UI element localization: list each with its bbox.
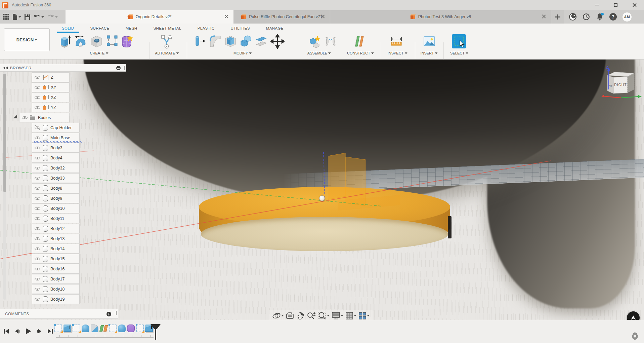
body-row[interactable]: Body3: [32, 143, 80, 153]
collapse-browser-icon[interactable]: [3, 67, 8, 69]
play-button[interactable]: [24, 327, 32, 336]
browser-scrollbar-thumb[interactable]: [3, 74, 6, 192]
grid-snap-button[interactable]: [345, 312, 356, 320]
new-tab-button[interactable]: [551, 10, 564, 24]
combine-button[interactable]: [239, 33, 253, 50]
ribbon-tab[interactable]: SHEET METAL: [145, 25, 189, 33]
group-label-automate[interactable]: AUTOMATE: [155, 51, 179, 55]
browser-scrollbar[interactable]: [3, 72, 6, 300]
fit-button[interactable]: [318, 312, 329, 320]
visibility-eye-icon[interactable]: [35, 256, 40, 261]
bodies-expander-icon[interactable]: [13, 115, 17, 118]
group-label-assemble[interactable]: ASSEMBLE: [307, 51, 331, 55]
body-row[interactable]: Main Base: [32, 133, 80, 143]
file-menu-button[interactable]: [11, 12, 22, 22]
shell-button[interactable]: [223, 33, 238, 50]
visibility-eye-icon[interactable]: [35, 216, 40, 221]
visibility-eye-icon[interactable]: [35, 246, 40, 251]
zoom-button[interactable]: [307, 312, 315, 320]
minimize-button[interactable]: [588, 0, 606, 10]
visibility-eye-icon[interactable]: [35, 186, 40, 191]
tab-close-icon[interactable]: [224, 14, 229, 19]
user-avatar[interactable]: AM: [622, 12, 632, 22]
document-tab[interactable]: Pulse Riffle Photon Centrifugal Fan v71: [233, 10, 330, 24]
body-row[interactable]: Body16: [32, 264, 80, 274]
display-settings-button[interactable]: [332, 312, 343, 320]
visibility-eye-icon[interactable]: [35, 266, 40, 271]
undo-button[interactable]: [33, 12, 45, 22]
visibility-eye-icon[interactable]: [35, 206, 40, 211]
add-comment-icon[interactable]: [106, 312, 111, 316]
bodies-folder-row[interactable]: Bodies: [19, 113, 70, 122]
measure-button[interactable]: [389, 33, 404, 50]
visibility-eye-icon[interactable]: [35, 135, 40, 140]
browser-plane-row[interactable]: XY: [32, 82, 70, 92]
extrude-button[interactable]: [58, 33, 73, 50]
ribbon-tab[interactable]: MANAGE: [258, 25, 292, 33]
browser-grip-icon[interactable]: [123, 66, 125, 70]
close-button[interactable]: [625, 0, 644, 10]
view-cube[interactable]: RIGHT NT Z: [601, 65, 643, 102]
body-row[interactable]: Body12: [32, 224, 80, 233]
visibility-eye-icon[interactable]: [35, 226, 40, 231]
timeline-feature-icon[interactable]: [100, 325, 108, 332]
create-sketch-button[interactable]: [105, 33, 120, 50]
tab-close-icon[interactable]: [320, 14, 325, 19]
browser-plane-row[interactable]: XZ: [32, 92, 70, 102]
visibility-eye-icon[interactable]: [35, 196, 40, 201]
joint-button[interactable]: [323, 33, 338, 50]
body-row[interactable]: Body19: [32, 294, 80, 304]
timeline-feature-icon[interactable]: [63, 325, 71, 332]
ribbon-tab[interactable]: SOLID: [54, 25, 82, 33]
ribbon-tab[interactable]: MESH: [118, 25, 145, 33]
maximize-button[interactable]: [606, 0, 625, 10]
browser-panel-header[interactable]: BROWSER: [0, 64, 126, 72]
group-label-construct[interactable]: CONSTRUCT: [347, 51, 374, 55]
app-grid-button[interactable]: [2, 12, 10, 22]
new-component-button[interactable]: [308, 33, 323, 50]
body-row[interactable]: Body18: [32, 284, 80, 294]
visibility-eye-icon[interactable]: [35, 105, 40, 110]
comments-grip-icon[interactable]: [115, 311, 117, 315]
body-row[interactable]: Body33: [32, 173, 80, 183]
body-row[interactable]: Body14: [32, 244, 80, 254]
visibility-eye-icon[interactable]: [35, 125, 40, 130]
body-row[interactable]: Body13: [32, 234, 80, 243]
visibility-eye-icon[interactable]: [35, 155, 40, 160]
document-tab[interactable]: Organic Details v2*: [66, 10, 233, 24]
group-label-create[interactable]: CREATE: [90, 51, 109, 55]
save-button[interactable]: [24, 12, 31, 22]
timeline-marker-stem[interactable]: [155, 326, 156, 340]
visibility-eye-icon[interactable]: [35, 145, 40, 150]
viewcube-right-face[interactable]: [628, 73, 634, 93]
timeline-feature-icon[interactable]: [91, 325, 98, 332]
automate-button[interactable]: [159, 33, 174, 50]
visibility-eye-icon[interactable]: [35, 75, 40, 80]
timeline-feature-icon[interactable]: [118, 325, 126, 332]
group-label-modify[interactable]: MODIFY: [233, 51, 252, 55]
timeline-feature-icon[interactable]: [82, 325, 89, 332]
timeline-feature-icon[interactable]: [136, 325, 144, 332]
document-tab[interactable]: Photon Test 3 With Auger v8: [330, 10, 551, 24]
group-label-insert[interactable]: INSERT: [420, 51, 437, 55]
visibility-eye-icon[interactable]: [35, 165, 40, 170]
browser-collapse-all-icon[interactable]: [116, 66, 121, 70]
body-row[interactable]: Body9: [32, 193, 80, 203]
visibility-eye-icon[interactable]: [35, 287, 40, 292]
browser-plane-row[interactable]: Z: [32, 72, 70, 82]
3d-viewport[interactable]: RIGHT NT Z: [0, 60, 644, 343]
visibility-eye-icon[interactable]: [22, 115, 28, 120]
timeline-feature-icon[interactable]: [73, 325, 80, 332]
selected-cylinder-bottom[interactable]: [201, 217, 448, 251]
visibility-eye-icon[interactable]: [35, 276, 40, 281]
offset-face-button[interactable]: [254, 33, 269, 50]
body-row[interactable]: Body10: [32, 203, 80, 213]
visibility-eye-icon[interactable]: [35, 85, 40, 90]
visibility-eye-icon[interactable]: [35, 236, 40, 241]
comments-panel-header[interactable]: COMMENTS: [0, 309, 118, 319]
construct-plane-button[interactable]: [351, 33, 366, 50]
move-copy-button[interactable]: [270, 33, 285, 50]
ribbon-tab[interactable]: PLASTIC: [189, 25, 223, 33]
group-label-inspect[interactable]: INSPECT: [388, 51, 407, 55]
body-row[interactable]: Body17: [32, 274, 80, 284]
